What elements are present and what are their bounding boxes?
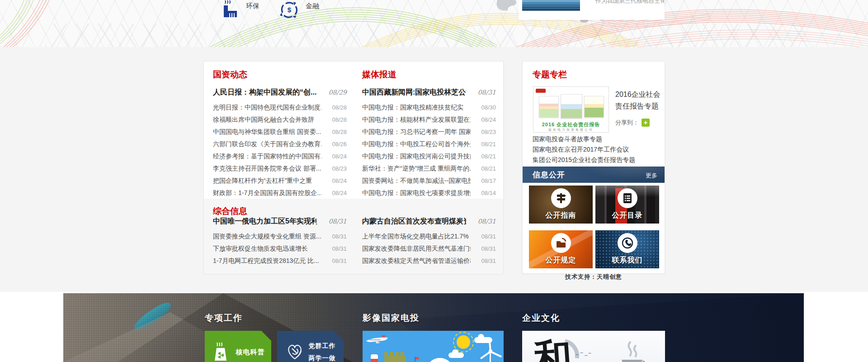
news-item[interactable]: 财政部：1-7月全国国有及国有控股企...08/24	[213, 187, 347, 199]
calligraphy-he: 和	[533, 338, 573, 362]
news-item-date: 08/14	[481, 190, 496, 196]
cooling-tower-building	[384, 355, 406, 362]
news-item-title: 李克强主持召开国务院常务会议 部署...	[213, 165, 321, 173]
nav-label-finance: 金融	[306, 0, 319, 10]
news-item-title: 经济参考报：基于国家特性的中国国有...	[213, 152, 321, 161]
news-item[interactable]: 中国电力报：国家电投七项要求提质增效08/14	[362, 187, 496, 199]
news-item[interactable]: 中国电力报：习总书记考察一周年 国家电...08/23	[362, 126, 496, 138]
tile-label: 党群工作	[309, 342, 336, 350]
news-item-date: 08/31	[478, 218, 496, 225]
featured-news-item[interactable]: 人民日报：构架中国发展的“创... 08/29	[213, 88, 347, 101]
news-item-date: 08/31	[481, 245, 496, 252]
factory-icon	[221, 0, 240, 18]
topic-link[interactable]: 国家电投在京召开2017年工作会议	[533, 144, 659, 155]
culture-card[interactable]: 和	[522, 331, 665, 362]
tile-open-guide[interactable]: 公开指南	[529, 186, 593, 224]
party-emblem-icon	[285, 343, 304, 362]
featured-news-item[interactable]: 中国西藏新闻网:国家电投林芝公司... 08/31	[362, 88, 496, 101]
report-thumb-title: 2016 企业社会责任报告	[533, 121, 609, 128]
news-item-title: 把国企降杠杆作为“去杠杆”重中之重	[213, 177, 312, 185]
news-item-title: 徐福顺出席中国两化融合大会并致辞	[213, 116, 314, 124]
nav-label-environment: 环保	[246, 0, 259, 10]
tile-party-work[interactable]: 党群工作 两学一做	[277, 331, 344, 362]
catalog-icon	[618, 188, 637, 208]
featured-news-item[interactable]: 内蒙古自治区首次发布查明煤炭资... 08/31	[362, 217, 496, 230]
tile-label: 公开指南	[529, 211, 593, 220]
news-item-date: 08/24	[481, 116, 496, 123]
news-item-date: 08/31	[481, 257, 496, 264]
news-item[interactable]: 光明日报：中国特色现代国有企业制度...08/28	[213, 101, 347, 114]
folder-icon	[551, 233, 571, 253]
news-item-title: 上半年全国市场化交易电量占比21.7%	[362, 233, 469, 241]
news-item-title: 内蒙古自治区首次发布查明煤炭资...	[362, 217, 466, 226]
nav-item-environment[interactable]: 环保	[221, 0, 259, 18]
news-item[interactable]: 下放审批权促生物质发电迅速增长08/31	[213, 243, 347, 255]
nuclear-plant-icon	[212, 342, 230, 362]
news-item-date: 08/23	[332, 165, 347, 172]
info-bar-title: 信息公开	[533, 170, 565, 180]
flag-mast-icon	[415, 357, 415, 362]
news-item[interactable]: 把国企降杠杆作为“去杠杆”重中之重08/24	[213, 175, 347, 187]
news-item-title: 国家发改委核定天然气跨省管道运输价格	[362, 257, 471, 265]
news-item-date: 08/24	[332, 177, 347, 184]
news-item[interactable]: 1-7月电网工程完成投资2813亿元 比...08/31	[213, 255, 347, 267]
footer-title-wenhua: 企业文化	[522, 312, 560, 324]
news-item[interactable]: 六部门联合印发《关于国有企业办教育...08/26	[213, 138, 347, 150]
news-item[interactable]: 上半年全国市场化交易电量占比21.7%08/31	[362, 230, 496, 243]
cloud-icon	[448, 352, 464, 358]
nav-item-finance[interactable]: $ 金融	[279, 0, 319, 19]
news-item[interactable]: 中国电力报：国家电投精准扶贫纪实08/30	[362, 101, 496, 114]
section-guozi: 国资动态 人民日报：构架中国发展的“创... 08/29 光明日报：中国特色现代…	[213, 69, 347, 199]
news-item[interactable]: 徐福顺出席中国两化融合大会并致辞08/28	[213, 114, 347, 126]
finance-recycle-icon: $	[279, 0, 299, 19]
section-title-guozi: 国资动态	[213, 69, 347, 81]
news-item-date: 08/28	[332, 116, 347, 123]
top-news-card[interactable]: 作为我国第三代核电自主化的	[519, 0, 665, 20]
tile-contact-us[interactable]: 联系我们	[595, 230, 659, 268]
svg-text:$: $	[288, 6, 292, 14]
tile-label: 公开目录	[595, 211, 659, 220]
wave-decoration	[0, 0, 868, 47]
tile-open-catalog[interactable]: 公开目录	[595, 186, 659, 224]
feature-topic-link[interactable]: 2016企业社会责任报告专题	[615, 89, 662, 112]
section-title-media: 媒体报道	[362, 69, 496, 81]
topic-link[interactable]: 国家电投奋斗者故事专题	[533, 134, 659, 144]
news-item-title: 六部门联合印发《关于国有企业办教育...	[213, 140, 321, 148]
news-item-title: 国资委网站：不做简单加减法--国家电投...	[362, 177, 471, 185]
news-item[interactable]: 国资委网站：不做简单加减法--国家电投...08/17	[362, 175, 496, 187]
news-item[interactable]: 中国电力报：中电投工程公司首个海外光...08/21	[362, 138, 496, 150]
share-plus-icon[interactable]: +	[642, 119, 650, 127]
tile-nuclear-science[interactable]: 核电科普	[205, 331, 271, 362]
more-link[interactable]: 更多	[646, 171, 657, 180]
topic-link[interactable]: 集团公司2015企业社会责任报告专题	[533, 155, 659, 165]
news-item[interactable]: 中国国电与神华集团联合重组 国资委...08/28	[213, 126, 347, 138]
news-card: 国资动态 人民日报：构架中国发展的“创... 08/29 光明日报：中国特色现代…	[203, 61, 504, 274]
tile-open-rules[interactable]: 公开规定	[529, 230, 593, 268]
news-item-title: 人民日报：构架中国发展的“创...	[213, 88, 316, 97]
news-item[interactable]: 国资委推央企大规模专业化重组 资源...08/31	[213, 230, 347, 243]
news-item[interactable]: 中国电力报：国家电投河南公司提升技能...08/21	[362, 150, 496, 162]
white-ring-graphic	[426, 358, 454, 362]
news-item[interactable]: 中国电力报：核能材料产业发展联盟在京...08/24	[362, 114, 496, 126]
news-item-title: 光明日报：中国特色现代国有企业制度...	[213, 104, 321, 112]
news-item[interactable]: 李克强主持召开国务院常务会议 部署...08/23	[213, 162, 347, 175]
news-item[interactable]: 经济参考报：基于国家特性的中国国有...08/24	[213, 150, 347, 162]
news-item-date: 08/31	[332, 257, 347, 264]
news-item[interactable]: 国家发改委核定天然气跨省管道运输价格08/31	[362, 255, 496, 267]
report-thumbnail[interactable]: 2016 企业社会责任报告 国家电力投资集团公司	[533, 86, 609, 133]
news-item-title: 下放审批权促生物质发电迅速增长	[213, 245, 308, 253]
news-item-date: 08/31	[481, 233, 496, 240]
section-title-zonghe: 综合信息	[213, 205, 247, 217]
zonghe-right-column: 内蒙古自治区首次发布查明煤炭资... 08/31 上半年全国市场化交易电量占比2…	[362, 217, 496, 267]
tile-label: 公开规定	[529, 256, 593, 265]
news-item-date: 08/26	[332, 141, 347, 148]
spic-logo	[536, 89, 546, 93]
media-illustration-card[interactable]	[363, 331, 504, 362]
news-item[interactable]: 国家发改委降低非居民用天然气基准门站...08/31	[362, 243, 496, 255]
featured-news-item[interactable]: 中国唯一俄电力加工区5年实现利... 08/31	[213, 217, 347, 230]
teacup-icon	[616, 336, 648, 362]
tile-label: 核电科普	[236, 348, 265, 357]
news-item-title: 财政部：1-7月全国国有及国有控股企...	[213, 189, 321, 197]
news-item[interactable]: 新华社：资产“逆势”增三成 重组两年的...08/21	[362, 162, 496, 175]
news-item-title: 国家发改委降低非居民用天然气基准门站...	[362, 245, 471, 253]
